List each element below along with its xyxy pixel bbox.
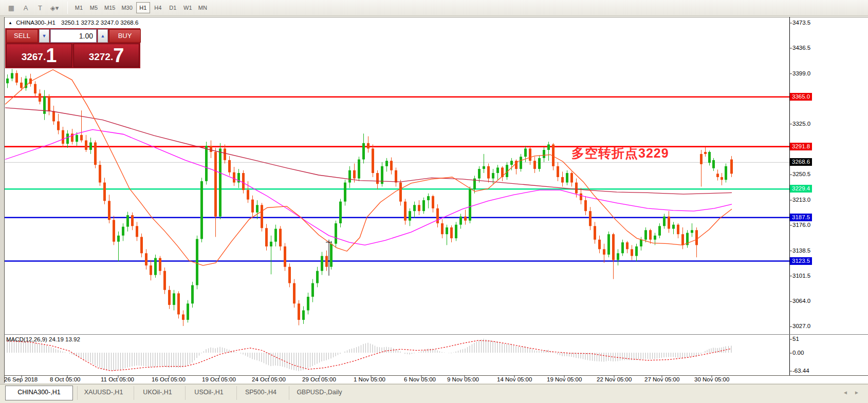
bid-price-main: 3267	[22, 49, 43, 65]
price-axis-label: 3325.0	[792, 121, 810, 127]
chart-tab-gbpusd[interactable]: GBPUSD-,Daily	[289, 386, 349, 400]
chart-title: ▲ CHINA300-,H1 3250.1 3273.2 3247.0 3268…	[8, 20, 138, 26]
macd-axis-label: 0.00	[792, 350, 804, 356]
one-click-trade-panel: SELL ▼ ▲ BUY 3267 . 1 3272 . 7	[5, 28, 140, 68]
tabs-scroll-left-icon[interactable]: ◄	[843, 390, 848, 395]
time-axis-label: 19 Oct 05:00	[202, 376, 236, 382]
chart-tab-sp500[interactable]: SP500-,H4	[236, 386, 285, 400]
collapse-triangle-icon[interactable]: ▲	[8, 21, 12, 25]
price-axis-label: 3436.5	[792, 45, 810, 51]
volume-decrease-button[interactable]: ▼	[39, 29, 49, 43]
volume-input[interactable]	[50, 29, 97, 43]
timeframe-button-m5[interactable]: M5	[87, 2, 101, 13]
time-axis-label: 6 Nov 05:00	[404, 376, 436, 382]
time-axis-label: 9 Nov 05:00	[447, 376, 479, 382]
time-axis-label: 27 Nov 05:00	[644, 376, 679, 382]
price-level-badge: 3291.8	[790, 143, 812, 150]
time-axis-label: 30 Nov 05:00	[694, 376, 729, 382]
chart-tab-xauusd[interactable]: XAUUSD-,H1	[77, 386, 130, 400]
time-axis-label: 19 Nov 05:00	[547, 376, 582, 382]
buy-button[interactable]: BUY	[109, 29, 141, 43]
chart-tab-usoil[interactable]: USOil-,H1	[185, 386, 232, 400]
timeframe-button-m15[interactable]: M15	[102, 2, 118, 13]
chart-tab-bar: CHINA300-,H1XAUUSD-,H1UKOil-,H1USOil-,H1…	[0, 384, 868, 403]
time-axis-label: 16 Oct 05:00	[152, 376, 186, 382]
timeframe-button-d1[interactable]: D1	[166, 2, 180, 13]
main-toolbar: ▦AT◈▾ M1M5M15M30H1H4D1W1MN	[0, 0, 868, 16]
bid-price-display[interactable]: 3267 . 1	[6, 44, 72, 67]
price-level-badge: 3268.6	[790, 158, 812, 166]
text-box-t-icon[interactable]: T	[34, 2, 46, 13]
timeframe-button-mn[interactable]: MN	[196, 2, 210, 13]
price-level-badge: 3365.0	[790, 93, 812, 101]
chart-tab-ukoil[interactable]: UKOil-,H1	[134, 386, 181, 400]
price-axis-label: 3176.0	[792, 222, 810, 228]
ask-price-main: 3272	[89, 49, 110, 65]
time-axis-label: 29 Oct 05:00	[302, 376, 336, 382]
time-axis-label: 14 Nov 05:00	[497, 376, 532, 382]
time-axis-label: 1 Nov 05:00	[354, 376, 385, 382]
time-axis-label: 24 Oct 05:00	[252, 376, 286, 382]
text-label-a-icon[interactable]: A	[20, 2, 32, 13]
chart-text-annotation: 多空转折点3229	[571, 145, 669, 162]
price-axis-label: 3250.5	[792, 171, 810, 177]
toolbar-separator	[67, 2, 68, 14]
bid-price-pips: 1	[46, 46, 57, 65]
price-level-badge: 3229.4	[790, 185, 812, 193]
sell-button[interactable]: SELL	[6, 29, 38, 43]
timeframe-button-m1[interactable]: M1	[72, 2, 86, 13]
price-axis-label: 3138.5	[792, 247, 810, 254]
macd-axis-label: -63.44	[792, 368, 809, 374]
ask-price-display[interactable]: 3272 . 7	[73, 44, 139, 67]
timeframe-button-m30[interactable]: M30	[119, 2, 135, 13]
timeframe-button-w1[interactable]: W1	[181, 2, 195, 13]
time-axis-label: 26 Sep 2018	[4, 376, 38, 382]
price-axis-label: 3027.0	[792, 323, 810, 329]
macd-axis-label: 51	[792, 336, 799, 342]
tabs-scroll-right-icon[interactable]: ►	[854, 390, 859, 395]
ask-price-pips: 7	[113, 46, 124, 65]
price-axis-label: 3213.0	[792, 197, 810, 203]
chart-ohlc-values: 3250.1 3273.2 3247.0 3268.6	[61, 20, 138, 26]
timeframe-button-h4[interactable]: H4	[151, 2, 165, 13]
price-level-badge: 3123.5	[790, 257, 812, 265]
timeframe-toolbar: M1M5M15M30H1H4D1W1MN	[72, 2, 210, 13]
time-axis-label: 22 Nov 05:00	[597, 376, 632, 382]
tick-grid-f-icon[interactable]: ▦	[5, 2, 17, 13]
price-axis-label: 3399.0	[792, 70, 810, 76]
volume-increase-button[interactable]: ▲	[98, 29, 108, 43]
price-axis-label: 3473.5	[792, 20, 810, 26]
timeframe-button-h1[interactable]: H1	[136, 2, 150, 13]
price-axis-label: 3101.5	[792, 273, 810, 279]
price-level-badge: 3187.5	[790, 214, 812, 221]
macd-indicator-label: MACD(12,26,9) 24.19 13.92	[6, 336, 80, 342]
chart-tab-china300[interactable]: CHINA300-,H1	[5, 386, 73, 400]
price-axis-label: 3064.0	[792, 298, 810, 304]
shapes-dropdown-icon[interactable]: ◈▾	[48, 2, 61, 13]
chart-symbol-label: CHINA300-,H1	[16, 20, 56, 26]
time-axis-label: 8 Oct 05:00	[50, 376, 80, 382]
time-axis-label: 11 Oct 05:00	[101, 376, 134, 382]
